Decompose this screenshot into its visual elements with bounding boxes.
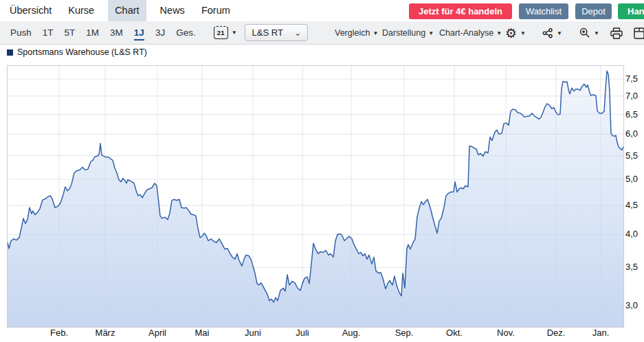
range-ges[interactable]: Ges. (176, 27, 196, 38)
vergleich-menu-label: Vergleich (335, 28, 370, 38)
chevron-down-icon: ▼ (520, 30, 526, 36)
range-push[interactable]: Push (10, 27, 32, 38)
chart-legend: Sportsmans Warehouse (L&S RT) (7, 47, 147, 57)
range-1j[interactable]: 1J (134, 27, 144, 41)
y-axis-label: 6,0 (625, 128, 644, 139)
print-button[interactable] (610, 21, 623, 45)
legend-series-swatch (7, 49, 13, 56)
x-axis-label: Dez. (539, 328, 573, 338)
x-axis-label: Juli (285, 328, 320, 338)
y-axis-label: 5,0 (625, 174, 644, 184)
nav-tab-kurse[interactable]: Kurse (65, 0, 97, 21)
depot-button[interactable]: Depot (575, 3, 612, 19)
exchange-select-value: L&S RT (252, 27, 283, 38)
x-axis-label: Okt. (437, 328, 471, 338)
nav-tab-forum[interactable]: Forum (199, 0, 233, 21)
trading-page: Übersicht Kurse Chart News Forum Jetzt f… (0, 0, 644, 342)
range-buttons: Push 1T 5T 1M 3M 1J 3J Ges. (0, 27, 196, 38)
chevron-down-icon: ▼ (594, 30, 599, 36)
y-axis-label: 4,5 (625, 200, 644, 210)
export-button[interactable] (634, 21, 644, 45)
y-axis-label: 7,5 (625, 73, 644, 84)
chevron-down-icon: ⌄ (294, 30, 302, 36)
settings-menu[interactable]: ⚙ ▼ (505, 21, 526, 45)
document-icon (634, 27, 644, 39)
price-area (7, 71, 623, 328)
range-5t[interactable]: 5T (65, 27, 76, 38)
exchange-select[interactable]: L&S RT ⌄ (245, 24, 308, 41)
x-axis-label: Jan. (584, 328, 618, 338)
printer-icon (610, 27, 623, 39)
y-axis-label: 4,0 (625, 229, 644, 239)
x-axis-label: Sep. (387, 328, 421, 338)
y-axis-label: 6,5 (625, 109, 644, 119)
range-1t[interactable]: 1T (43, 27, 54, 38)
y-axis-label: 3,0 (625, 300, 644, 310)
range-3j[interactable]: 3J (155, 27, 165, 38)
y-axis-label: 5,5 (625, 150, 644, 161)
nav-tab-chart[interactable]: Chart (108, 0, 146, 21)
darstellung-menu[interactable]: Darstellung ▼ (382, 21, 434, 45)
price-chart[interactable] (7, 65, 624, 328)
share-icon (542, 28, 553, 38)
chevron-down-icon: ▼ (557, 30, 562, 36)
chart-analyse-menu-label: Chart-Analyse (439, 28, 493, 38)
trade-now-button[interactable]: Jetzt für 4€ handeln (409, 3, 512, 19)
nav-tab-uebersicht[interactable]: Übersicht (7, 0, 54, 21)
range-3m[interactable]: 3M (110, 27, 123, 38)
chevron-down-icon: ▼ (428, 30, 434, 36)
darstellung-menu-label: Darstellung (382, 28, 425, 38)
x-axis-label: Aug. (334, 328, 368, 338)
chevron-down-icon: ▼ (496, 30, 502, 36)
nav-tab-news[interactable]: News (157, 0, 188, 21)
x-axis-label: Mai (185, 328, 219, 338)
chevron-down-icon: ▼ (373, 30, 378, 36)
range-1m[interactable]: 1M (86, 27, 99, 38)
chevron-down-icon: ▼ (232, 30, 237, 36)
x-axis-label: März (88, 328, 122, 338)
date-range-picker[interactable]: 21 ▼ (214, 26, 237, 39)
y-axis-label: 3,5 (625, 262, 644, 272)
vergleich-menu[interactable]: Vergleich ▼ (335, 21, 378, 45)
legend-series-label: Sportsmans Warehouse (L&S RT) (17, 47, 147, 57)
x-axis-label: Feb. (42, 328, 76, 338)
nav-tabs: Übersicht Kurse Chart News Forum (0, 0, 233, 21)
zoom-menu[interactable]: ▼ (579, 21, 599, 45)
chart-analyse-menu[interactable]: Chart-Analyse ▼ (439, 21, 502, 45)
gear-icon: ⚙ (505, 25, 517, 41)
watchlist-button[interactable]: Watchlist (519, 3, 568, 19)
calendar-icon: 21 (214, 26, 228, 39)
handeln-button[interactable]: Handeln (618, 3, 644, 19)
x-axis-label: Juni (236, 328, 270, 338)
share-menu[interactable]: ▼ (542, 21, 562, 45)
zoom-in-icon (579, 27, 590, 38)
x-axis-label: April (140, 328, 175, 338)
chart-toolbar: Push 1T 5T 1M 3M 1J 3J Ges. 21 ▼ L&S RT … (0, 21, 644, 45)
x-axis-label: Nov. (489, 328, 523, 338)
y-axis-label: 7,0 (625, 91, 644, 101)
top-nav: Übersicht Kurse Chart News Forum Jetzt f… (0, 0, 644, 21)
